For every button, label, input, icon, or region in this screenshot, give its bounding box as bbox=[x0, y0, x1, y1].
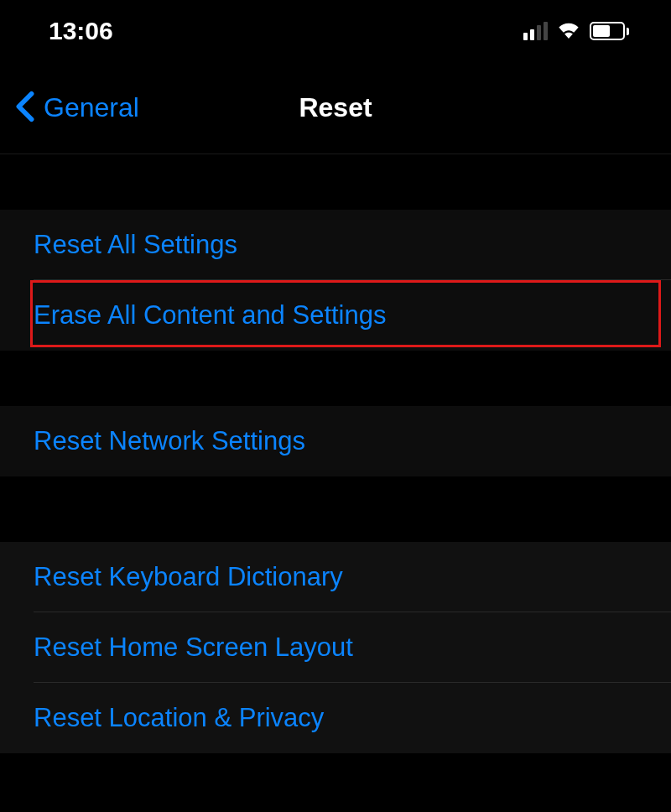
content: Reset All Settings Erase All Content and… bbox=[0, 154, 671, 753]
reset-network-row[interactable]: Reset Network Settings bbox=[0, 406, 671, 476]
back-label: General bbox=[44, 92, 139, 123]
spacer bbox=[0, 154, 671, 210]
settings-group-1: Reset All Settings Erase All Content and… bbox=[0, 210, 671, 351]
row-label: Reset Home Screen Layout bbox=[34, 632, 353, 663]
row-label: Reset Keyboard Dictionary bbox=[34, 562, 343, 592]
settings-group-3: Reset Keyboard Dictionary Reset Home Scr… bbox=[0, 542, 671, 753]
reset-location-row[interactable]: Reset Location & Privacy bbox=[0, 683, 671, 753]
page-title: Reset bbox=[299, 92, 372, 123]
settings-group-2: Reset Network Settings bbox=[0, 406, 671, 476]
chevron-left-icon bbox=[15, 91, 35, 126]
reset-all-settings-row[interactable]: Reset All Settings bbox=[0, 210, 671, 280]
erase-all-content-row[interactable]: Erase All Content and Settings bbox=[0, 280, 671, 351]
status-icons bbox=[523, 20, 629, 42]
navigation-bar: General Reset bbox=[0, 62, 671, 154]
spacer bbox=[0, 351, 671, 406]
status-time: 13:06 bbox=[49, 17, 113, 45]
spacer bbox=[0, 476, 671, 542]
reset-home-screen-row[interactable]: Reset Home Screen Layout bbox=[0, 612, 671, 683]
battery-icon bbox=[590, 22, 629, 40]
wifi-icon bbox=[556, 20, 581, 42]
row-label: Erase All Content and Settings bbox=[34, 300, 386, 331]
reset-keyboard-row[interactable]: Reset Keyboard Dictionary bbox=[0, 542, 671, 612]
back-button[interactable]: General bbox=[0, 91, 139, 126]
row-label: Reset All Settings bbox=[34, 230, 237, 260]
cellular-signal-icon bbox=[523, 22, 548, 40]
row-label: Reset Location & Privacy bbox=[34, 703, 324, 733]
row-label: Reset Network Settings bbox=[34, 426, 305, 456]
status-bar: 13:06 bbox=[0, 0, 671, 62]
